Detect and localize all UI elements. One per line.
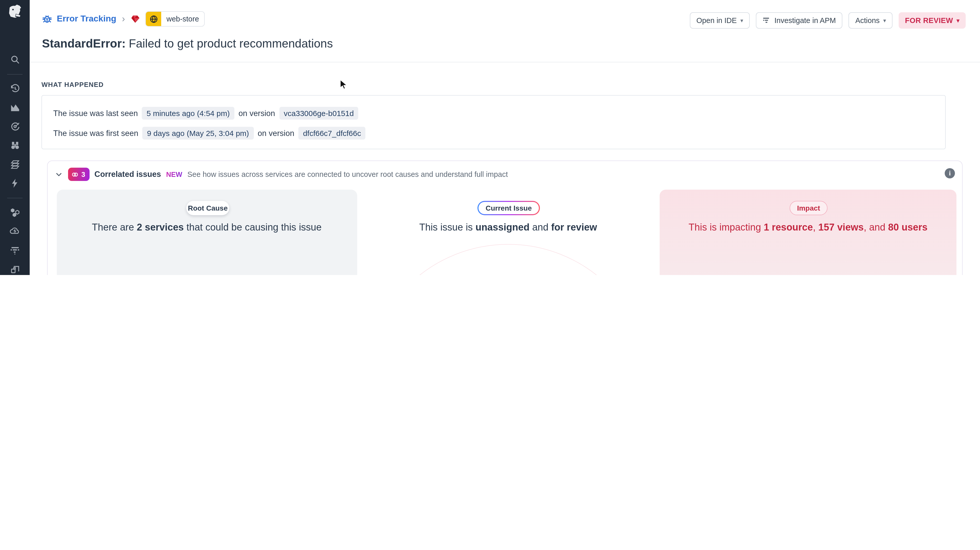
flamegraph-icon [762, 16, 771, 25]
root-cause-pill: Root Cause [186, 201, 229, 215]
datadog-logo[interactable] [6, 4, 24, 22]
page-title: StandardError:Failed to get product reco… [42, 37, 333, 51]
what-happened-heading: WHAT HAPPENED [41, 81, 103, 89]
apm-flamegraph-icon[interactable] [9, 244, 21, 256]
main-content: WHAT HAPPENED The issue was last seen 5 … [30, 62, 980, 275]
svg-text:$: $ [13, 228, 16, 233]
monitors-icon[interactable] [9, 120, 21, 132]
recent-history-icon[interactable] [9, 82, 21, 95]
impact-pill: Impact [790, 201, 827, 215]
new-badge: NEW [166, 170, 182, 178]
last-seen-time-chip[interactable]: 5 minutes ago (4:54 pm) [142, 107, 234, 120]
actions-button[interactable]: Actions▾ [849, 12, 893, 29]
page-header: Error Tracking › web-store StandardError… [30, 0, 980, 62]
breadcrumb: Error Tracking › web-store [41, 10, 205, 28]
investigate-in-apm-button[interactable]: Investigate in APM [756, 12, 842, 29]
root-cause-headline: There are 2 services that could be causi… [79, 220, 335, 234]
events-lightning-icon[interactable] [9, 177, 21, 189]
header-actions: Open in IDE▾ Investigate in APM Actions▾… [690, 12, 966, 29]
sidebar-divider [7, 198, 22, 198]
rum-views-icon[interactable] [9, 263, 21, 275]
globe-icon [146, 11, 161, 27]
what-happened-panel: The issue was last seen 5 minutes ago (4… [41, 95, 946, 149]
info-icon[interactable]: i [945, 168, 955, 178]
bug-icon [41, 13, 53, 25]
current-issue-pill: Current Issue [477, 201, 540, 215]
chevron-down-icon: ▾ [740, 17, 743, 24]
chevron-down-icon: ▾ [957, 17, 959, 24]
correlated-issues-description: See how issues across services are conne… [187, 170, 508, 178]
search-icon[interactable] [9, 53, 21, 65]
first-seen-time-chip[interactable]: 9 days ago (May 25, 3:04 pm) [143, 127, 254, 139]
processes-hexagons-icon[interactable] [9, 206, 21, 218]
correlated-issues-header: 3 Correlated issues NEW See how issues a… [55, 167, 508, 181]
status-for-review-button[interactable]: FOR REVIEW▾ [899, 12, 966, 29]
correlated-issues-panel: 3 Correlated issues NEW See how issues a… [47, 160, 963, 275]
first-seen-version-chip[interactable]: dfcf66c7_dfcf66c [298, 127, 366, 139]
service-name: web-store [161, 15, 204, 23]
last-seen-row: The issue was last seen 5 minutes ago (4… [53, 107, 358, 120]
metrics-chart-icon[interactable] [9, 101, 21, 114]
linked-circles-icon [71, 170, 79, 178]
breadcrumb-separator: › [122, 14, 125, 24]
impact-headline: This is impacting 1 resource, 157 views,… [684, 220, 932, 234]
breadcrumb-error-tracking-link[interactable]: Error Tracking [41, 13, 116, 25]
error-tracking-page: $ [0, 0, 980, 275]
cloud-cost-icon[interactable]: $ [9, 225, 21, 237]
watchdog-binoculars-icon[interactable] [9, 139, 21, 151]
chevron-down-icon: ▾ [883, 17, 886, 24]
ruby-icon [130, 14, 141, 24]
infrastructure-layers-icon[interactable] [9, 158, 21, 170]
service-breadcrumb-pill[interactable]: web-store [145, 11, 204, 27]
first-seen-row: The issue was first seen 9 days ago (May… [53, 127, 366, 139]
correlated-issues-title: Correlated issues [94, 170, 161, 179]
open-in-ide-button[interactable]: Open in IDE▾ [690, 12, 750, 29]
current-issue-headline: This issue is unassigned and for review [383, 220, 633, 234]
sidebar-nav: $ [0, 0, 30, 275]
sidebar-divider [7, 74, 22, 74]
collapse-chevron-icon[interactable] [55, 170, 63, 178]
correlated-count-badge[interactable]: 3 [68, 168, 89, 181]
last-seen-version-chip[interactable]: vca33006ge-b0151d [279, 107, 358, 120]
